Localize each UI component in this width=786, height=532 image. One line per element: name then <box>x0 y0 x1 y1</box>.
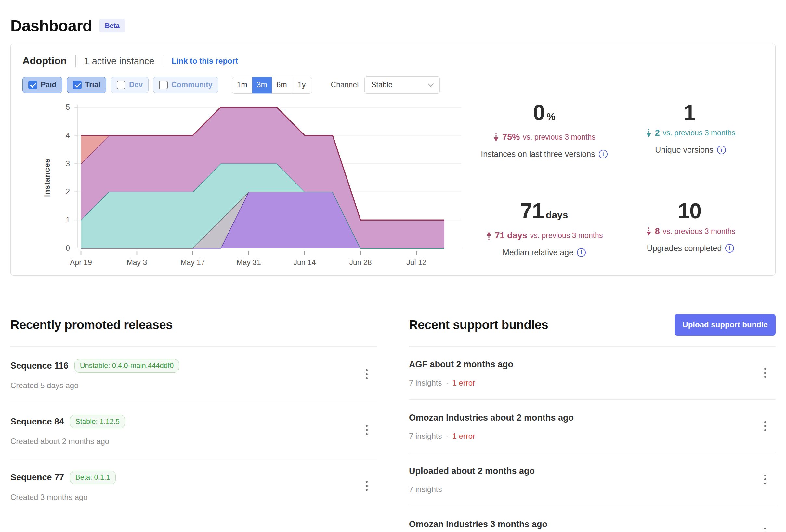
releases-heading: Recently promoted releases <box>10 318 172 332</box>
filter-chip-label: Dev <box>129 80 143 89</box>
filter-chip-paid[interactable]: Paid <box>22 77 63 93</box>
release-row[interactable]: Sequence 84 Stable: 1.12.5 Created about… <box>10 403 377 458</box>
release-created: Created about 2 months ago <box>10 437 377 446</box>
channel-label: Channel <box>331 80 359 89</box>
kebab-menu-button[interactable] <box>360 421 373 439</box>
adoption-card-header: Adoption 1 active instance Link to this … <box>22 55 764 67</box>
adoption-stats: 0% 75%vs. previous 3 months Instances on… <box>471 98 764 270</box>
release-version-badge: Unstable: 0.4.0-main.444ddf0 <box>74 359 180 372</box>
kebab-menu-button[interactable] <box>759 524 772 532</box>
bundles-header: Recent support bundles Upload support bu… <box>409 314 776 336</box>
filter-chip-community[interactable]: Community <box>153 77 218 93</box>
kebab-menu-button[interactable] <box>360 477 373 495</box>
release-created: Created 3 months ago <box>10 493 377 502</box>
adoption-body: 012345Apr 19May 3May 17May 31Jun 14Jun 2… <box>22 98 764 270</box>
stat-value: 1 <box>617 101 764 124</box>
bundle-error: 1 error <box>452 378 475 387</box>
dashboard-page: Dashboard Beta Adoption 1 active instanc… <box>0 0 786 532</box>
filter-chip-label: Paid <box>41 80 56 89</box>
time-range-3m[interactable]: 3m <box>252 77 272 93</box>
stat-delta: 71 daysvs. previous 3 months <box>471 231 617 241</box>
bundle-row[interactable]: Uploaded about 2 months ago 7 insights · <box>409 453 776 506</box>
stat-label: Unique versions i <box>617 145 764 154</box>
svg-text:2: 2 <box>66 187 70 196</box>
kebab-menu-button[interactable] <box>360 365 373 383</box>
kebab-menu-button[interactable] <box>759 470 772 488</box>
svg-text:3: 3 <box>66 160 70 168</box>
bundle-title: Omozan Industries about 2 months ago <box>409 412 574 423</box>
svg-text:1: 1 <box>66 216 70 224</box>
bundle-title: Uploaded about 2 months ago <box>409 465 535 477</box>
active-instance-count: 1 active instance <box>84 56 155 67</box>
info-icon[interactable]: i <box>599 150 607 159</box>
releases-section: Recently promoted releases Sequence 116 … <box>10 314 377 532</box>
bundle-insights: 7 insights <box>409 485 442 494</box>
svg-text:4: 4 <box>66 131 70 140</box>
bundle-insights: 7 insights <box>409 378 442 387</box>
adoption-controls: Paid Trial Dev Community 1m 3m 6m <box>22 76 764 94</box>
upload-support-bundle-button[interactable]: Upload support bundle <box>674 314 776 336</box>
bundle-row[interactable]: AGF about 2 months ago 7 insights ·1 err… <box>409 346 776 400</box>
stat-label: Upgrades completed i <box>617 244 764 253</box>
channel-select[interactable]: Stable <box>364 76 440 94</box>
filter-chip-dev[interactable]: Dev <box>111 77 148 93</box>
time-range-6m[interactable]: 6m <box>272 77 292 93</box>
stat-value: 71days <box>471 199 617 227</box>
info-icon[interactable]: i <box>717 145 726 154</box>
page-title: Dashboard <box>10 17 92 35</box>
license-filter-chips: Paid Trial Dev Community <box>22 77 218 93</box>
link-to-report[interactable]: Link to this report <box>171 56 238 66</box>
filter-chip-label: Trial <box>85 80 100 89</box>
time-range-1y[interactable]: 1y <box>292 77 312 93</box>
bundle-row[interactable]: Omozan Industries about 2 months ago 7 i… <box>409 400 776 453</box>
svg-text:Instances: Instances <box>43 158 51 197</box>
bundle-insights: 7 insights <box>409 432 442 441</box>
stat-value: 10 <box>617 199 764 222</box>
bundles-heading: Recent support bundles <box>409 318 548 332</box>
beta-badge: Beta <box>99 19 125 32</box>
bundle-error: 1 error <box>452 432 475 440</box>
up-arrow-icon <box>486 231 492 241</box>
svg-text:Jun 14: Jun 14 <box>293 258 316 267</box>
stat-delta: 8vs. previous 3 months <box>617 226 764 237</box>
checkbox-icon <box>117 80 125 89</box>
release-row[interactable]: Sequence 116 Unstable: 0.4.0-main.444ddf… <box>10 346 377 403</box>
down-arrow-icon <box>646 128 652 138</box>
down-arrow-icon <box>493 132 499 142</box>
svg-text:Apr 19: Apr 19 <box>70 258 92 267</box>
checkbox-icon <box>159 80 168 89</box>
release-title: Sequence 84 <box>10 416 64 427</box>
kebab-menu-button[interactable] <box>759 417 772 435</box>
bundles-section: Recent support bundles Upload support bu… <box>409 314 776 532</box>
svg-text:May 31: May 31 <box>236 258 261 267</box>
release-version-badge: Beta: 0.1.1 <box>70 470 115 484</box>
release-created: Created 5 days ago <box>10 381 377 390</box>
stat-value: 0% <box>471 101 617 128</box>
release-version-badge: Stable: 1.12.5 <box>70 415 125 428</box>
stat-delta: 2vs. previous 3 months <box>617 128 764 138</box>
time-range-1m[interactable]: 1m <box>232 77 252 93</box>
adoption-chart-area: 012345Apr 19May 3May 17May 31Jun 14Jun 2… <box>22 98 471 270</box>
page-header: Dashboard Beta <box>10 16 776 35</box>
svg-text:May 3: May 3 <box>127 258 147 267</box>
release-row[interactable]: Sequence 77 Beta: 0.1.1 Created 3 months… <box>10 458 377 514</box>
svg-text:Jul 12: Jul 12 <box>406 258 426 267</box>
bundle-title: Omozan Industries 3 months ago <box>409 519 548 530</box>
stat-delta: 75%vs. previous 3 months <box>471 132 617 142</box>
adoption-title: Adoption <box>22 55 67 67</box>
channel-select-value: Stable <box>371 80 392 89</box>
divider <box>163 55 163 67</box>
filter-chip-trial[interactable]: Trial <box>67 77 106 93</box>
bundle-error-wrap: ·1 error <box>442 378 475 387</box>
info-icon[interactable]: i <box>725 244 734 253</box>
divider <box>75 55 76 67</box>
stat-upgrades-completed: 10 8vs. previous 3 months Upgrades compl… <box>617 199 764 270</box>
adoption-card: Adoption 1 active instance Link to this … <box>10 44 776 276</box>
info-icon[interactable]: i <box>577 248 586 257</box>
stat-label: Instances on last three versions i <box>471 149 617 159</box>
stat-instances-last-three-versions: 0% 75%vs. previous 3 months Instances on… <box>471 101 617 171</box>
kebab-menu-button[interactable] <box>759 364 772 382</box>
bundle-row[interactable]: Omozan Industries 3 months ago 7 insight… <box>409 506 776 532</box>
down-arrow-icon <box>646 227 652 237</box>
filter-chip-label: Community <box>171 80 213 89</box>
